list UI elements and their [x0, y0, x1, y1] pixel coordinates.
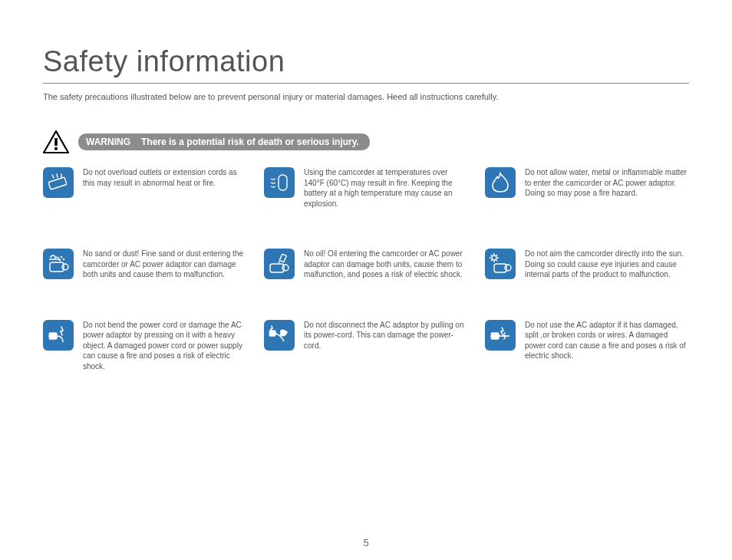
svg-point-7	[63, 259, 64, 260]
intro-text: The safety precautions illustrated below…	[43, 92, 689, 101]
page-number: 5	[43, 537, 689, 548]
svg-point-6	[61, 257, 61, 258]
no-oil-icon	[264, 249, 295, 279]
warning-bar: WARNING There is a potential risk of dea…	[78, 133, 370, 150]
safety-item: No oil! Oil entering the camcorder or AC…	[264, 249, 468, 280]
safety-item-text: Do not overload outlets or extension cor…	[83, 167, 247, 188]
warning-triangle-icon	[43, 130, 69, 153]
warning-row: WARNING There is a potential risk of dea…	[43, 130, 689, 153]
warning-text: There is a potential risk of death or se…	[141, 137, 359, 147]
svg-rect-16	[269, 331, 275, 336]
svg-rect-0	[54, 138, 58, 146]
safety-item: Do not disconnect the AC adaptor by pull…	[264, 320, 468, 372]
pull-cord-icon	[264, 320, 295, 351]
svg-rect-11	[279, 255, 286, 263]
page-title: Safety information	[43, 45, 689, 84]
safety-item: Do not overload outlets or extension cor…	[43, 167, 247, 209]
safety-item: No sand or dust! Fine sand or dust enter…	[43, 249, 247, 280]
svg-point-5	[62, 264, 68, 270]
svg-point-12	[492, 255, 496, 260]
safety-item: Using the camcorder at temperatures over…	[264, 167, 468, 209]
svg-point-10	[282, 265, 289, 271]
damaged-cord-icon	[485, 320, 516, 351]
safety-grid: Do not overload outlets or extension cor…	[43, 167, 689, 371]
svg-point-8	[59, 260, 60, 261]
svg-point-14	[505, 265, 511, 271]
safety-item-text: Do not bend the power cord or damage the…	[83, 320, 247, 372]
safety-item-text: Using the camcorder at temperatures over…	[304, 167, 468, 209]
svg-rect-17	[491, 333, 499, 339]
overload-outlet-icon	[43, 167, 74, 198]
svg-rect-15	[49, 333, 57, 339]
safety-item: Do not bend the power cord or damage the…	[43, 320, 247, 372]
svg-rect-3	[279, 175, 287, 190]
safety-item: Do not use the AC adaptor if it has dama…	[485, 320, 689, 372]
svg-rect-1	[54, 147, 58, 150]
safety-item-text: Do not disconnect the AC adaptor by pull…	[304, 320, 468, 351]
high-temperature-icon	[264, 167, 295, 198]
no-direct-sun-icon	[485, 249, 516, 279]
safety-item-text: Do not allow water, metal or inflammable…	[525, 167, 689, 199]
fire-hazard-icon	[485, 167, 516, 198]
warning-label: WARNING	[86, 137, 130, 147]
safety-item-text: Do not aim the camcorder directly into t…	[525, 249, 689, 280]
svg-rect-9	[270, 264, 284, 272]
safety-item-text: Do not use the AC adaptor if it has dama…	[525, 320, 689, 361]
bent-cord-icon	[43, 320, 74, 351]
svg-rect-2	[48, 177, 67, 189]
safety-item: Do not allow water, metal or inflammable…	[485, 167, 689, 209]
safety-item-text: No oil! Oil entering the camcorder or AC…	[304, 249, 468, 280]
no-sand-dust-icon	[43, 249, 74, 279]
safety-item-text: No sand or dust! Fine sand or dust enter…	[83, 249, 247, 280]
safety-item: Do not aim the camcorder directly into t…	[485, 249, 689, 280]
